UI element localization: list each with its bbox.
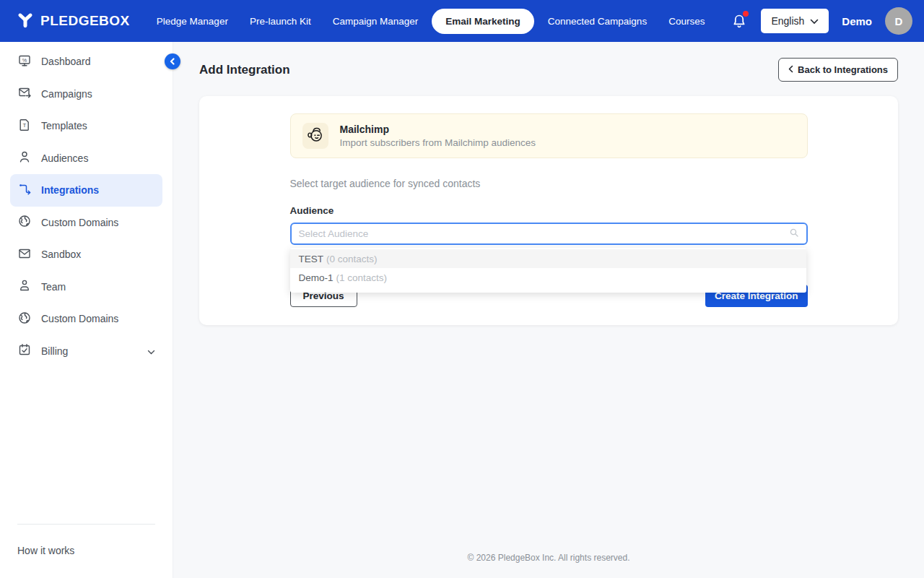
nav-campaign-manager[interactable]: Campaign Manager [325, 9, 427, 33]
provider-banner: Mailchimp Import subscribers from Mailch… [290, 113, 808, 158]
sidebar-item-custom-domains-2[interactable]: Custom Domains [10, 303, 162, 335]
nav-connected-campaigns[interactable]: Connected Campaigns [540, 9, 655, 33]
dashboard-icon: % [17, 53, 32, 70]
sidebar-item-label: Campaigns [41, 88, 92, 100]
sidebar-item-custom-domains[interactable]: Custom Domains [10, 207, 162, 239]
templates-icon: T [17, 118, 32, 134]
sidebar-item-sandbox[interactable]: Sandbox [10, 238, 162, 271]
option-count: (0 contacts) [326, 254, 378, 264]
campaigns-icon [17, 85, 32, 102]
sidebar-item-integrations[interactable]: Integrations [10, 174, 162, 207]
chevron-left-icon [788, 64, 793, 75]
audience-select-wrap: Select Audience TEST (0 contacts) Demo-1… [290, 223, 808, 245]
integration-card: Mailchimp Import subscribers from Mailch… [199, 96, 898, 325]
svg-text:%: % [22, 56, 27, 63]
mailchimp-icon [305, 125, 325, 147]
provider-description: Import subscribers from Mailchimp audien… [340, 137, 536, 148]
option-count: (1 contacts) [336, 272, 388, 283]
person-icon [17, 278, 32, 295]
sidebar-collapse-button[interactable] [165, 53, 180, 69]
brand-logo[interactable]: PLEDGEBOX [16, 10, 130, 32]
provider-icon-tile [302, 123, 328, 149]
sidebar-item-dashboard[interactable]: % Dashboard [10, 46, 162, 78]
pledgebox-logo-icon [16, 10, 35, 32]
globe-icon [17, 214, 32, 230]
sidebar-divider [17, 524, 155, 525]
sidebar-item-label: Team [41, 281, 66, 293]
navbar-right: English Demo D [731, 7, 912, 35]
sidebar-item-label: Custom Domains [41, 313, 118, 324]
username-label: Demo [842, 15, 872, 27]
sidebar-item-label: Custom Domains [41, 217, 118, 228]
nav-courses[interactable]: Courses [661, 9, 712, 33]
sidebar: % Dashboard Campaigns T [0, 42, 173, 578]
dropdown-option-demo-1[interactable]: Demo-1 (1 contacts) [290, 268, 806, 287]
option-name: TEST [299, 254, 324, 264]
sidebar-item-templates[interactable]: T Templates [10, 110, 162, 142]
provider-info: Mailchimp Import subscribers from Mailch… [340, 124, 536, 148]
nav-pre-launch-kit[interactable]: Pre-launch Kit [242, 9, 319, 33]
copyright-footer: © 2026 PledgeBox Inc. All rights reserve… [173, 553, 924, 578]
instruction-text: Select target audience for synced contac… [290, 178, 808, 189]
globe-icon [17, 311, 32, 327]
envelope-icon [17, 246, 32, 263]
dropdown-option-test[interactable]: TEST (0 contacts) [290, 249, 806, 268]
sidebar-nav: % Dashboard Campaigns T [0, 42, 173, 367]
nav-email-marketing[interactable]: Email Marketing [432, 9, 534, 34]
sidebar-item-label: Templates [41, 120, 87, 131]
sidebar-item-label: Sandbox [41, 249, 81, 260]
provider-name: Mailchimp [340, 124, 536, 135]
billing-icon [17, 342, 32, 359]
back-button-label: Back to Integrations [798, 64, 888, 75]
sidebar-item-audiences[interactable]: Audiences [10, 142, 162, 175]
sidebar-item-label: Integrations [41, 184, 99, 196]
audiences-icon [17, 150, 32, 166]
page-title: Add Integration [199, 63, 290, 77]
notifications-button[interactable] [731, 12, 748, 30]
audience-select-input[interactable]: Select Audience [290, 223, 808, 245]
sidebar-footer: How it works [17, 524, 155, 556]
audience-dropdown: TEST (0 contacts) Demo-1 (1 contacts) [290, 248, 806, 293]
top-navbar: PLEDGEBOX Pledge Manager Pre-launch Kit … [0, 0, 924, 42]
nav-pledge-manager[interactable]: Pledge Manager [149, 9, 236, 33]
sidebar-item-team[interactable]: Team [10, 271, 162, 303]
primary-nav: Pledge Manager Pre-launch Kit Campaign M… [149, 9, 713, 34]
sidebar-item-label: Audiences [41, 152, 88, 164]
option-name: Demo-1 [299, 272, 334, 283]
avatar[interactable]: D [885, 7, 912, 35]
sidebar-item-billing[interactable]: Billing [10, 335, 162, 368]
sidebar-item-campaigns[interactable]: Campaigns [10, 78, 162, 111]
main-content: Add Integration Back to Integrations [173, 42, 924, 578]
sidebar-item-label: Billing [41, 345, 68, 357]
sidebar-item-label: Dashboard [41, 56, 91, 67]
how-it-works-link[interactable]: How it works [17, 545, 155, 556]
select-placeholder: Select Audience [299, 228, 369, 239]
back-to-integrations-button[interactable]: Back to Integrations [778, 58, 898, 82]
page-header: Add Integration Back to Integrations [173, 42, 924, 95]
integrations-icon [17, 182, 32, 199]
chevron-down-icon [147, 345, 155, 357]
audience-label: Audience [290, 205, 808, 216]
language-label: English [771, 15, 804, 27]
chevron-down-icon [810, 15, 819, 27]
svg-text:T: T [23, 122, 27, 129]
bell-icon [731, 20, 748, 33]
search-icon [789, 228, 799, 241]
brand-name: PLEDGEBOX [40, 13, 130, 29]
language-selector[interactable]: English [761, 9, 829, 33]
